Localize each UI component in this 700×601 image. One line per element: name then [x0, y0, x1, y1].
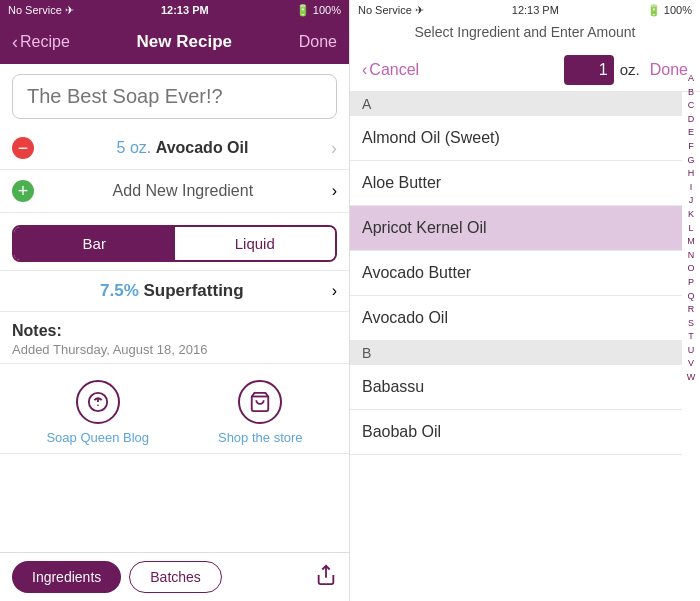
notes-section: Notes: Added Thursday, August 18, 2016 [0, 312, 349, 364]
alpha-h[interactable]: H [688, 167, 695, 180]
right-status-right: 🔋 100% [647, 4, 692, 17]
add-ingredient-button[interactable]: + [12, 180, 34, 202]
ingredient-list: A Almond Oil (Sweet) Aloe Butter Apricot… [350, 92, 700, 601]
superfatting-info: 7.5% Superfatting [12, 281, 332, 301]
list-item[interactable]: Baobab Oil [350, 410, 682, 455]
remove-ingredient-button[interactable]: − [12, 137, 34, 159]
bottom-tab-bar: Ingredients Batches [0, 552, 349, 601]
superfatting-label: Superfatting [144, 281, 244, 300]
alpha-k[interactable]: K [688, 208, 694, 221]
right-panel: No Service ✈ 12:13 PM 🔋 100% Select Ingr… [350, 0, 700, 601]
alpha-sidebar: A B C D E F G H I J K L M N O P Q R S T … [682, 68, 700, 601]
superfatting-pct: 7.5% [100, 281, 139, 300]
ingredient-row[interactable]: − 5 oz. Avocado Oil › [0, 127, 349, 170]
alpha-t[interactable]: T [688, 330, 694, 343]
add-ingredient-label: Add New Ingredient [34, 182, 332, 200]
left-status-time: 12:13 PM [161, 4, 209, 16]
ingredient-info: 5 oz. Avocado Oil [34, 139, 331, 157]
list-item[interactable]: Babassu [350, 365, 682, 410]
nav-done-button[interactable]: Done [299, 33, 337, 51]
left-nav-bar: ‹ Recipe New Recipe Done [0, 20, 349, 64]
add-ingredient-row[interactable]: + Add New Ingredient › [0, 170, 349, 213]
left-panel: No Service ✈ 12:13 PM 🔋 100% ‹ Recipe Ne… [0, 0, 350, 601]
right-status-bar: No Service ✈ 12:13 PM 🔋 100% [350, 0, 700, 20]
cancel-label: Cancel [369, 61, 419, 79]
shop-store-label: Shop the store [218, 430, 303, 445]
amount-input[interactable] [564, 55, 614, 85]
soap-queen-icon [76, 380, 120, 424]
alpha-w[interactable]: W [687, 371, 696, 384]
notes-date: Added Thursday, August 18, 2016 [12, 342, 337, 357]
left-status-right: 🔋 100% [296, 4, 341, 17]
right-nav-bar: ‹ Cancel oz. Done [350, 48, 700, 92]
alpha-s[interactable]: S [688, 317, 694, 330]
alpha-i[interactable]: I [690, 181, 693, 194]
list-item-apricot[interactable]: Apricot Kernel Oil [350, 206, 682, 251]
alpha-m[interactable]: M [687, 235, 695, 248]
shop-store-link[interactable]: Shop the store [218, 380, 303, 445]
alpha-p[interactable]: P [688, 276, 694, 289]
alpha-o[interactable]: O [687, 262, 694, 275]
list-item[interactable]: Almond Oil (Sweet) [350, 116, 682, 161]
tab-batches[interactable]: Batches [129, 561, 222, 593]
alpha-u[interactable]: U [688, 344, 695, 357]
right-status-time: 12:13 PM [512, 4, 559, 16]
alpha-f[interactable]: F [688, 140, 694, 153]
section-header-a: A [350, 92, 682, 116]
alpha-b[interactable]: B [688, 86, 694, 99]
alpha-n[interactable]: N [688, 249, 695, 262]
tab-ingredients[interactable]: Ingredients [12, 561, 121, 593]
ingredient-amount: 5 oz. [117, 139, 152, 156]
soap-type-bar-button[interactable]: Bar [14, 227, 175, 260]
nav-title: New Recipe [137, 32, 232, 52]
left-status-left: No Service ✈ [8, 4, 74, 17]
alpha-q[interactable]: Q [687, 290, 694, 303]
oz-label: oz. [620, 61, 640, 78]
select-ingredient-header: Select Ingredient and Enter Amount [350, 20, 700, 48]
alpha-e[interactable]: E [688, 126, 694, 139]
notes-title: Notes: [12, 322, 337, 340]
alpha-l[interactable]: L [688, 222, 693, 235]
soap-queen-label: Soap Queen Blog [46, 430, 149, 445]
alpha-j[interactable]: J [689, 194, 694, 207]
recipe-name-input[interactable] [12, 74, 337, 119]
alpha-c[interactable]: C [688, 99, 695, 112]
shop-icon [238, 380, 282, 424]
alpha-r[interactable]: R [688, 303, 695, 316]
alpha-g[interactable]: G [687, 154, 694, 167]
back-button[interactable]: ‹ Recipe [12, 32, 70, 53]
amount-input-area: oz. [419, 55, 640, 85]
cancel-chevron-icon: ‹ [362, 61, 367, 79]
list-item[interactable]: Avocado Butter [350, 251, 682, 296]
soap-queen-blog-link[interactable]: Soap Queen Blog [46, 380, 149, 445]
list-item[interactable]: Avocado Oil [350, 296, 682, 341]
left-status-bar: No Service ✈ 12:13 PM 🔋 100% [0, 0, 349, 20]
back-chevron-icon: ‹ [12, 32, 18, 53]
list-item[interactable]: Aloe Butter [350, 161, 682, 206]
section-header-b: B [350, 341, 682, 365]
share-button[interactable] [315, 564, 337, 591]
links-row: Soap Queen Blog Shop the store [0, 364, 349, 454]
soap-type-toggle: Bar Liquid [12, 225, 337, 262]
superfatting-chevron-icon: › [332, 282, 337, 300]
ingredient-name: Avocado Oil [156, 139, 249, 156]
cancel-button[interactable]: ‹ Cancel [362, 61, 419, 79]
back-label: Recipe [20, 33, 70, 51]
soap-type-liquid-button[interactable]: Liquid [175, 227, 336, 260]
ingredient-chevron-icon: › [331, 138, 337, 159]
right-status-left: No Service ✈ [358, 4, 424, 17]
alpha-v[interactable]: V [688, 357, 694, 370]
alpha-a[interactable]: A [688, 72, 694, 85]
superfatting-row[interactable]: 7.5% Superfatting › [0, 270, 349, 312]
alpha-d[interactable]: D [688, 113, 695, 126]
add-ingredient-chevron-icon: › [332, 182, 337, 200]
